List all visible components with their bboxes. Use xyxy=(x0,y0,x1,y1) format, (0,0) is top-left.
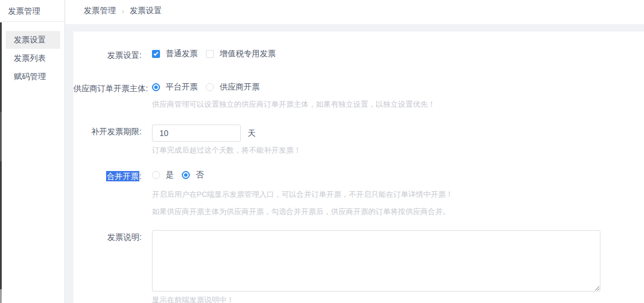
supplier-subject-help: 供应商管理可以设置独立的供应商订单开票主体，如果有独立设置，以独立设置优先！ xyxy=(152,100,435,108)
row-supplier-subject: 供应商订单开票主体: 平台开票 供应商开票 供应商管理可以设置独立的供应商订单开… xyxy=(73,81,644,108)
sidebar: 发票管理 发票设置 发票列表 赋码管理 xyxy=(0,0,65,303)
invoice-types-label: 发票设置: xyxy=(73,48,142,61)
sidebar-item-code-management[interactable]: 赋码管理 xyxy=(6,68,60,86)
supplier-subject-label: 供应商订单开票主体: xyxy=(73,81,142,94)
collapsed-nav-edge xyxy=(0,22,2,303)
radio-dot-icon xyxy=(184,173,188,177)
radio-merge-yes[interactable] xyxy=(152,171,160,179)
radio-dot-icon xyxy=(154,86,158,89)
radio-merge-no[interactable] xyxy=(182,171,190,179)
reissue-period-unit: 天 xyxy=(248,125,256,142)
sidebar-item-invoice-list[interactable]: 发票列表 xyxy=(6,49,60,67)
radio-merge-yes-label[interactable]: 是 xyxy=(166,170,174,180)
breadcrumb-invoice-settings: 发票设置 xyxy=(130,6,162,16)
selected-text-highlight: 合并开票 xyxy=(106,171,139,181)
merge-invoice-help-2: 如果供应商开票主体为供应商开票，勾选合并开票后，供应商开票的订单将按供应商合并。 xyxy=(152,208,453,215)
merge-invoice-colon: : xyxy=(139,172,142,181)
topbar: 发票管理 › 发票设置 xyxy=(65,0,644,24)
sidebar-title: 发票管理 xyxy=(0,0,64,22)
breadcrumb: 发票管理 › 发票设置 xyxy=(65,0,644,22)
checkbox-normal-invoice-label[interactable]: 普通发票 xyxy=(166,49,198,59)
merge-invoice-help-1: 开启后用户在PC端显示发票管理入口，可以合并订单开票，不开启只能在订单详情中开票… xyxy=(152,191,453,198)
sidebar-menu: 发票设置 发票列表 赋码管理 xyxy=(0,22,64,86)
row-invoice-types: 发票设置: 普通发票 增值税专用发票 xyxy=(73,48,644,61)
invoice-note-textarea[interactable] xyxy=(152,230,600,292)
row-invoice-note: 发票说明: 显示在前端发票说明中！ xyxy=(73,230,644,303)
merge-invoice-label: 合并开票: xyxy=(73,169,142,182)
checkbox-vat-special-invoice[interactable] xyxy=(206,50,214,58)
radio-platform-invoicing-label[interactable]: 平台开票 xyxy=(166,82,198,92)
checkbox-vat-special-invoice-label[interactable]: 增值税专用发票 xyxy=(220,49,276,59)
chevron-right-icon: › xyxy=(122,7,124,15)
scrollbar-foot xyxy=(0,289,2,303)
checkbox-normal-invoice[interactable] xyxy=(152,50,160,58)
radio-supplier-invoicing[interactable] xyxy=(206,83,214,91)
reissue-period-help: 订单完成后超过这个天数，将不能补开发票！ xyxy=(152,146,301,154)
sidebar-item-invoice-settings[interactable]: 发票设置 xyxy=(6,31,60,49)
row-reissue-period: 补开发票期限: 天 订单完成后超过这个天数，将不能补开发票！ xyxy=(73,125,644,154)
invoice-note-label: 发票说明: xyxy=(73,230,142,243)
settings-panel: 发票设置: 普通发票 增值税专用发票 供应商订单开票主体: xyxy=(73,32,644,303)
radio-merge-no-label[interactable]: 否 xyxy=(196,170,204,180)
row-merge-invoice: 合并开票: 是 否 开启后用户在PC端显示发票管理入口，可以合并订单开票，不开启… xyxy=(73,169,644,215)
breadcrumb-invoice-management[interactable]: 发票管理 xyxy=(84,6,116,16)
radio-supplier-invoicing-label[interactable]: 供应商开票 xyxy=(220,82,260,92)
invoice-settings-page: 发票管理 发票设置 发票列表 赋码管理 发票管理 › 发票设置 发票设置: xyxy=(0,0,644,303)
invoice-note-help: 显示在前端发票说明中！ xyxy=(152,296,600,303)
check-icon xyxy=(154,51,158,56)
radio-platform-invoicing[interactable] xyxy=(152,83,160,91)
reissue-period-input[interactable] xyxy=(152,125,241,142)
reissue-period-label: 补开发票期限: xyxy=(73,125,142,137)
scrollbar-thumb[interactable] xyxy=(0,112,2,161)
